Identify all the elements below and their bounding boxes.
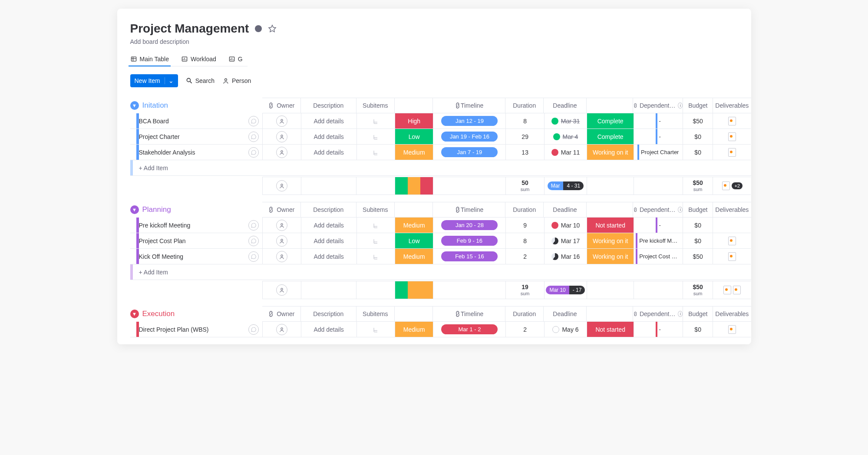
col-header-status[interactable]: Status <box>586 98 633 113</box>
table-row[interactable]: Project Cost Plan Add details Low Feb 9 … <box>130 233 751 249</box>
status-cell[interactable]: Working on it <box>587 249 634 264</box>
col-header-priority[interactable]: Priority <box>394 98 432 113</box>
deliverables-cell[interactable] <box>713 113 751 129</box>
col-header-deliverables[interactable]: Deliverables <box>713 98 751 113</box>
deadline-cell[interactable]: May 6 <box>544 322 587 337</box>
chat-icon[interactable] <box>248 220 259 231</box>
item-name-cell[interactable]: Project Charter <box>130 129 263 145</box>
duration-cell[interactable]: 29 <box>505 129 544 145</box>
add-item-row[interactable]: + Add Item <box>130 264 751 280</box>
budget-cell[interactable]: $0 <box>683 145 713 160</box>
info-icon[interactable]: i <box>678 207 683 213</box>
col-header-subitems[interactable]: Subitems <box>356 202 394 218</box>
chevron-down-icon[interactable]: ⌄ <box>165 77 174 84</box>
deadline-cell[interactable]: Mar 31 <box>544 113 587 129</box>
deadline-cell[interactable]: Mar 10 <box>544 218 587 233</box>
description-cell[interactable]: Add details <box>301 145 356 160</box>
budget-cell[interactable]: $0 <box>683 233 713 249</box>
description-cell[interactable]: Add details <box>301 249 356 264</box>
file-icon[interactable] <box>728 237 736 245</box>
item-name-cell[interactable]: Project Cost Plan <box>130 233 263 249</box>
chat-icon[interactable] <box>248 116 259 126</box>
person-filter-button[interactable]: Person <box>222 77 251 84</box>
table-row[interactable]: Stakeholder Analysis Add details Medium … <box>130 145 751 160</box>
owner-cell[interactable] <box>262 249 300 264</box>
duration-cell[interactable]: 13 <box>505 145 544 160</box>
owner-cell[interactable] <box>262 113 300 129</box>
status-cell[interactable]: Not started <box>587 218 634 233</box>
table-row[interactable]: Pre kickoff Meeting Add details Medium J… <box>130 218 751 233</box>
tab-main-table[interactable]: Main Table <box>130 52 169 66</box>
new-item-button[interactable]: New Item ⌄ <box>130 74 178 87</box>
col-header-dependent[interactable]: Dependent…i <box>633 306 683 322</box>
col-header-description[interactable]: Description <box>300 202 356 218</box>
owner-cell[interactable] <box>262 145 300 160</box>
avatar-icon[interactable] <box>276 131 287 142</box>
file-icon[interactable] <box>728 148 736 157</box>
col-header-subitems[interactable]: Subitems <box>356 98 394 113</box>
table-row[interactable]: Direct Project Plan (WBS) Add details Me… <box>130 322 751 337</box>
avatar-icon[interactable] <box>276 251 287 262</box>
file-icon[interactable] <box>728 252 736 261</box>
status-cell[interactable]: Complete <box>587 129 634 145</box>
col-header-timeline[interactable]: Timeline <box>432 306 505 322</box>
col-header-deadline[interactable]: Deadline <box>543 202 586 218</box>
description-cell[interactable]: Add details <box>301 233 356 249</box>
col-header-owner[interactable]: Owner <box>262 202 300 218</box>
col-header-owner[interactable]: Owner <box>262 98 300 113</box>
deadline-cell[interactable]: Mar 4 <box>544 129 587 145</box>
duration-cell[interactable]: 2 <box>505 322 544 337</box>
deadline-cell[interactable]: Mar 11 <box>544 145 587 160</box>
description-cell[interactable]: Add details <box>301 113 356 129</box>
col-header-duration[interactable]: Duration <box>505 306 543 322</box>
owner-cell[interactable] <box>262 322 300 337</box>
col-header-deliverables[interactable]: Deliverables <box>713 306 751 322</box>
chat-icon[interactable] <box>248 147 259 158</box>
col-header-subitems[interactable]: Subitems <box>356 306 394 322</box>
col-header-budget[interactable]: Budget <box>683 306 713 322</box>
timeline-cell[interactable]: Jan 12 - 19 <box>433 113 505 129</box>
deliverables-cell[interactable] <box>713 145 751 160</box>
col-header-status[interactable]: Status <box>586 202 633 218</box>
timeline-cell[interactable]: Mar 1 - 2 <box>433 322 505 337</box>
deadline-cell[interactable]: Mar 16 <box>544 249 587 264</box>
info-icon[interactable]: i <box>678 102 683 109</box>
budget-cell[interactable]: $50 <box>683 249 713 264</box>
subitems-cell[interactable] <box>356 129 395 145</box>
col-header-timeline[interactable]: Timeline <box>432 98 505 113</box>
more-files-badge[interactable]: +2 <box>732 182 743 189</box>
subitems-cell[interactable] <box>356 113 395 129</box>
budget-cell[interactable]: $0 <box>683 129 713 145</box>
dependent-cell[interactable]: Project Cost Plan <box>634 249 683 264</box>
status-cell[interactable]: Working on it <box>587 233 634 249</box>
timeline-cell[interactable]: Jan 7 - 19 <box>433 145 505 160</box>
col-header-dependent[interactable]: Dependent…i <box>633 202 683 218</box>
dependent-cell[interactable]: - <box>634 322 683 337</box>
deadline-cell[interactable]: Mar 17 <box>544 233 587 249</box>
col-header-dependent[interactable]: Dependent…i <box>633 98 683 113</box>
priority-cell[interactable]: Medium <box>395 322 433 337</box>
dependent-cell[interactable]: - <box>634 129 683 145</box>
avatar-icon[interactable] <box>276 235 287 247</box>
chat-icon[interactable] <box>248 251 259 262</box>
chat-icon[interactable] <box>248 324 259 335</box>
item-name-cell[interactable]: BCA Board <box>130 113 263 129</box>
tab-g[interactable]: G <box>228 52 243 66</box>
group-name[interactable]: Initation <box>142 101 168 110</box>
dependent-cell[interactable]: Project Charter <box>634 145 683 160</box>
file-icon[interactable] <box>728 132 736 141</box>
col-header-description[interactable]: Description <box>300 306 356 322</box>
timeline-cell[interactable]: Jan 20 - 28 <box>433 218 505 233</box>
item-name-cell[interactable]: Direct Project Plan (WBS) <box>130 322 263 337</box>
budget-cell[interactable]: $0 <box>683 322 713 337</box>
file-icon[interactable] <box>723 286 731 294</box>
chat-icon[interactable] <box>248 132 259 142</box>
status-cell[interactable]: Working on it <box>587 145 634 160</box>
file-icon[interactable] <box>733 286 741 294</box>
file-icon[interactable] <box>728 117 736 125</box>
duration-cell[interactable]: 9 <box>505 218 544 233</box>
tab-workload[interactable]: Workload <box>181 52 216 66</box>
owner-cell[interactable] <box>262 233 300 249</box>
subitems-cell[interactable] <box>356 249 395 264</box>
status-cell[interactable]: Complete <box>587 113 634 129</box>
